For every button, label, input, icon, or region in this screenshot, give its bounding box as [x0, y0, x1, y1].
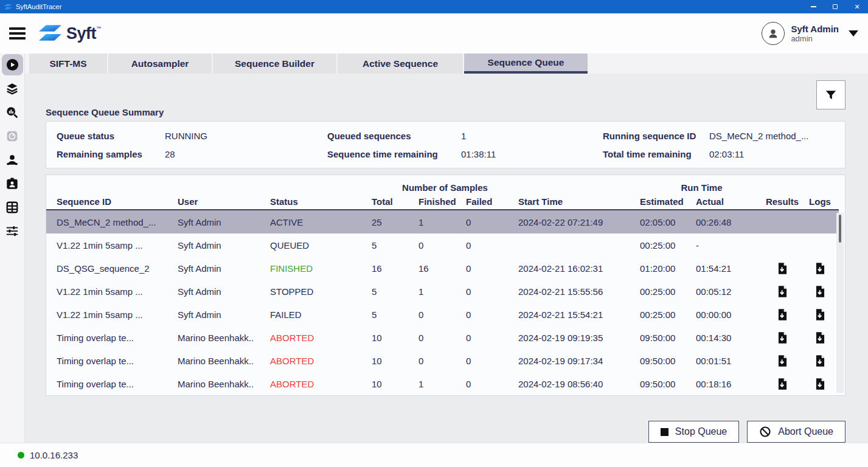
table-row[interactable]: Timing overlap te... Marino Beenhakk.. A… [46, 326, 839, 349]
cell-estimated: 00:25:00 [640, 310, 696, 320]
table-group-header-row: Number of Samples Run Time [46, 181, 845, 193]
summary-label: Sequence time remaining [327, 148, 461, 161]
cell-failed: 0 [466, 263, 518, 274]
summary-label: Queue status [57, 130, 165, 142]
user-menu[interactable]: Syft Admin admin [762, 22, 858, 45]
logs-download-button[interactable] [801, 378, 839, 390]
syft-logo-mark-icon [39, 24, 62, 42]
cell-estimated: 09:50:00 [640, 333, 696, 343]
table-row[interactable]: DS_QSG_sequence_2 Syft Admin FINISHED 16… [46, 257, 839, 280]
table-scrollbar[interactable] [836, 213, 844, 393]
running-sequence-id-value: DS_MeCN_2 method_... [709, 130, 808, 142]
tab-autosampler[interactable]: Autosampler [108, 54, 212, 74]
tab-active-sequence[interactable]: Active Sequence [338, 54, 463, 74]
sidebar-item-run[interactable] [2, 54, 23, 75]
table-row[interactable]: Timing overlap te... Marino Beenhakk.. A… [46, 372, 839, 395]
logs-download-button[interactable] [801, 262, 839, 275]
cell-failed: 0 [466, 217, 518, 227]
logs-download-button[interactable] [801, 285, 839, 298]
file-download-icon [814, 308, 827, 321]
logs-download-button[interactable] [801, 331, 839, 344]
group-header-samples: Number of Samples [372, 182, 518, 193]
results-download-button[interactable] [763, 331, 801, 344]
cell-sequence-id: V1.22 1min 5samp ... [46, 286, 178, 297]
cell-total: 5 [372, 240, 418, 251]
cell-finished: 0 [418, 310, 466, 320]
tab-sequence-builder[interactable]: Sequence Builder [213, 54, 336, 74]
table-row[interactable]: V1.22 1min 5samp ... Syft Admin STOPPED … [46, 280, 839, 303]
results-download-button[interactable] [763, 378, 801, 390]
results-download-button[interactable] [763, 262, 801, 275]
results-download-button[interactable] [763, 285, 801, 298]
cell-actual: 00:01:51 [696, 356, 763, 366]
cell-user: Syft Admin [178, 263, 270, 274]
cell-failed: 0 [466, 356, 518, 366]
menu-hamburger-icon[interactable] [9, 25, 26, 43]
logs-download-button[interactable] [801, 355, 839, 367]
filter-button[interactable] [816, 80, 845, 109]
close-button[interactable]: ✕ [846, 0, 868, 13]
results-download-button[interactable] [763, 355, 801, 367]
cell-user: Syft Admin [178, 240, 270, 251]
maximize-button[interactable] [824, 0, 846, 13]
cell-sequence-id: V1.22 1min 5samp ... [46, 310, 178, 320]
cell-status: ABORTED [270, 379, 372, 389]
col-header-finished: Finished [418, 196, 466, 207]
cell-sequence-id: Timing overlap te... [46, 356, 178, 366]
tab-sift-ms[interactable]: SIFT-MS [29, 54, 107, 74]
cell-finished: 1 [418, 217, 466, 227]
logs-download-button[interactable] [801, 308, 839, 321]
table-header-row: Sequence ID User Status Total Finished F… [46, 193, 839, 210]
prohibition-icon [759, 426, 771, 438]
col-header-status: Status [270, 196, 372, 207]
cell-estimated: 00:25:00 [640, 240, 696, 251]
cell-sequence-id: DS_MeCN_2 method_... [46, 217, 178, 227]
file-download-icon [814, 262, 827, 275]
sidebar [0, 54, 25, 443]
table-row[interactable]: DS_MeCN_2 method_... Syft Admin ACTIVE 2… [46, 210, 839, 234]
tab-sequence-queue[interactable]: Sequence Queue [464, 54, 588, 74]
minimize-button[interactable] [802, 0, 824, 13]
cell-finished: 0 [418, 333, 466, 343]
cell-start-time: 2024-02-19 09:17:34 [518, 356, 640, 366]
table-rows: DS_MeCN_2 method_... Syft Admin ACTIVE 2… [46, 210, 845, 395]
summary-label: Remaining samples [57, 148, 165, 161]
scrollbar-thumb[interactable] [839, 215, 842, 243]
sequence-time-remaining-value: 01:38:11 [461, 148, 496, 161]
queue-summary-panel: Queue status RUNNING Remaining samples 2… [46, 121, 845, 168]
cell-sequence-id: V1.22 1min 5samp ... [46, 240, 178, 251]
titlebar: SyftAuditTracer ✕ [0, 0, 868, 13]
abort-queue-button[interactable]: Abort Queue [747, 421, 845, 443]
sidebar-item-users[interactable] [2, 149, 23, 170]
cell-sequence-id: Timing overlap te... [46, 333, 178, 343]
table-row[interactable]: Timing overlap te... Marino Beenhakk.. A… [46, 349, 839, 372]
search-analytics-icon [5, 106, 19, 119]
results-download-button[interactable] [763, 308, 801, 321]
table-row[interactable]: V1.22 1min 5samp ... Syft Admin QUEUED 5… [46, 234, 839, 257]
sidebar-item-settings-sliders[interactable] [2, 220, 23, 241]
cell-start-time: 2024-02-19 09:19:35 [518, 333, 640, 343]
file-download-icon [776, 262, 789, 275]
cell-estimated: 00:25:00 [640, 286, 696, 297]
table-row[interactable]: V1.22 1min 5samp ... Syft Admin FAILED 5… [46, 303, 839, 326]
col-header-estimated: Estimated [640, 196, 696, 207]
sidebar-item-layers[interactable] [2, 78, 23, 99]
file-download-icon [814, 378, 827, 390]
cell-user: Syft Admin [178, 310, 270, 320]
stop-queue-button[interactable]: Stop Queue [648, 421, 739, 443]
chevron-down-icon[interactable] [849, 30, 858, 36]
sidebar-item-contact-card[interactable] [2, 173, 23, 194]
sidebar-item-search-analytics[interactable] [2, 102, 23, 123]
sidebar-item-table-grid[interactable] [2, 196, 23, 218]
cell-failed: 0 [466, 240, 518, 251]
gauge-badge-icon [6, 130, 18, 142]
cell-failed: 0 [466, 286, 518, 297]
cell-user: Syft Admin [178, 286, 270, 297]
file-download-icon [776, 331, 789, 344]
person-icon [766, 27, 780, 40]
logo-text: Syft [66, 24, 96, 43]
col-header-actual: Actual [696, 196, 763, 207]
tab-bar: SIFT-MS Autosampler Sequence Builder Act… [25, 54, 868, 74]
file-download-icon [814, 285, 827, 298]
cell-user: Marino Beenhakk.. [178, 333, 270, 343]
